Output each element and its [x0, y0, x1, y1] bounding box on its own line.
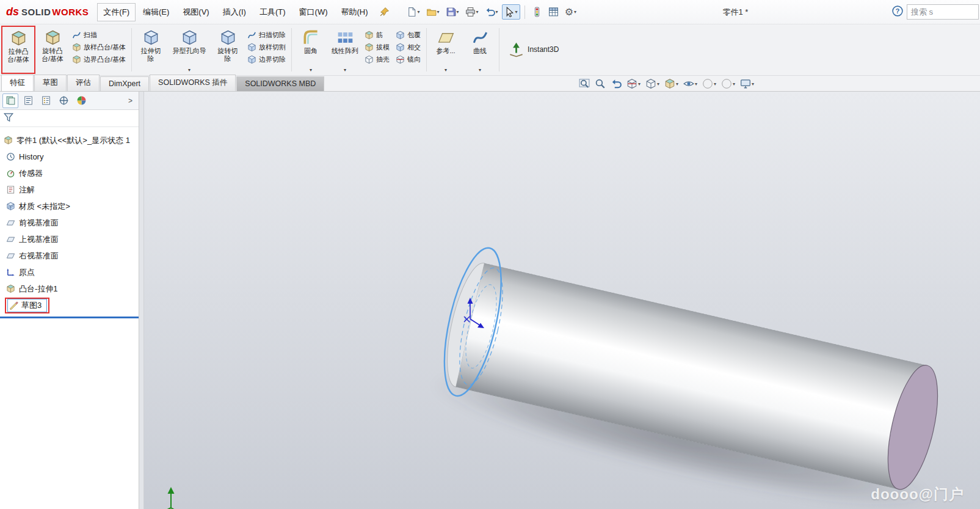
menu-view[interactable]: 视图(V): [176, 3, 215, 21]
tab-evaluate[interactable]: 评估: [67, 75, 100, 91]
reference-geometry-label: 参考...: [436, 47, 455, 55]
dropdown-icon[interactable]: ▾: [310, 67, 312, 73]
graphics-viewport[interactable]: doooo@门户: [144, 92, 980, 509]
displaymanager-tab[interactable]: [73, 93, 89, 108]
filter-funnel-icon[interactable]: [3, 112, 14, 125]
new-document-button[interactable]: ▾: [404, 4, 423, 20]
ribbon-separator: [499, 28, 499, 71]
dropdown-icon[interactable]: ▾: [344, 67, 346, 73]
pin-menu-icon[interactable]: [379, 7, 390, 17]
reference-geometry-button[interactable]: 参考... ▾: [429, 26, 463, 74]
section-view-icon[interactable]: ▾: [626, 78, 641, 89]
intersect-button[interactable]: 相交: [396, 43, 421, 52]
menu-list: 文件(F) 编辑(E) 视图(V) 插入(I) 工具(T) 窗口(W) 帮助(H…: [97, 3, 395, 21]
tree-item-front-plane[interactable]: 前视基准面: [0, 214, 139, 231]
rebuild-traffic-light-icon[interactable]: [529, 4, 545, 20]
lofted-cut-button[interactable]: 放样切割: [247, 43, 286, 52]
display-style-icon[interactable]: ▾: [664, 78, 678, 89]
dimxpertmanager-tab[interactable]: [56, 93, 71, 108]
extruded-cut-button[interactable]: 拉伸切 除: [134, 26, 168, 74]
tree-item-origin[interactable]: 原点: [0, 264, 139, 280]
extruded-boss-icon: [10, 30, 27, 46]
tree-item-history[interactable]: History: [0, 148, 139, 165]
open-button[interactable]: ▾: [424, 4, 442, 20]
extruded-boss-base-button[interactable]: 拉伸凸 台/基体: [1, 26, 35, 74]
panel-splitter[interactable]: [139, 92, 144, 509]
rib-icon: [365, 31, 374, 40]
lofted-boss-button[interactable]: 放样凸台/基体: [72, 43, 126, 52]
tree-item-boss-extrude1[interactable]: 凸台-拉伸1: [0, 280, 139, 297]
mirror-button[interactable]: 镜向: [396, 55, 421, 64]
help-icon[interactable]: [892, 5, 903, 18]
options-gear-button[interactable]: ⚙▾: [562, 5, 579, 20]
tree-item-sensors[interactable]: 传感器: [0, 165, 139, 181]
curves-button[interactable]: 曲线 ▾: [463, 26, 497, 74]
boundary-boss-button[interactable]: 边界凸台/基体: [72, 55, 126, 64]
tab-sketch[interactable]: 草图: [34, 75, 67, 91]
tree-item-top-plane[interactable]: 上视基准面: [0, 231, 139, 247]
lofted-boss-icon: [72, 43, 81, 52]
hole-wizard-button[interactable]: 异型孔向导 ▾: [168, 26, 211, 74]
draft-icon: [365, 43, 374, 52]
swept-boss-button[interactable]: 扫描: [72, 31, 126, 40]
tree-item-annotations[interactable]: 注解: [0, 181, 139, 198]
fillet-button[interactable]: 圆角 ▾: [294, 26, 328, 74]
dropdown-icon[interactable]: ▾: [479, 67, 481, 73]
menu-insert[interactable]: 插入(I): [217, 3, 252, 21]
history-icon: [6, 152, 15, 161]
previous-view-icon[interactable]: [611, 78, 622, 89]
apply-scene-icon[interactable]: ▾: [721, 78, 735, 89]
menu-file[interactable]: 文件(F): [97, 3, 136, 21]
tab-features[interactable]: 特征: [1, 75, 34, 91]
revolved-cut-button[interactable]: 旋转切 除: [211, 26, 245, 74]
featuremanager-tree-tab[interactable]: [2, 93, 18, 108]
tab-solidworks-addins[interactable]: SOLIDWORKS 插件: [150, 75, 236, 91]
view-orientation-icon[interactable]: ▾: [645, 78, 659, 89]
shell-button[interactable]: 抽壳: [365, 55, 390, 64]
revolved-boss-base-button[interactable]: 旋转凸 台/基体: [35, 26, 70, 74]
task-pane-table-icon[interactable]: [546, 4, 561, 20]
propertymanager-tab[interactable]: [20, 93, 36, 108]
tree-item-material[interactable]: 材质 <未指定>: [0, 198, 139, 214]
edit-appearance-icon[interactable]: ▾: [702, 78, 716, 89]
menu-edit[interactable]: 编辑(E): [137, 3, 175, 21]
undo-button[interactable]: ▾: [482, 4, 501, 20]
view-settings-icon[interactable]: ▾: [740, 78, 754, 89]
tab-solidworks-mbd[interactable]: SOLIDWORKS MBD: [236, 76, 324, 91]
tree-item-right-plane[interactable]: 右视基准面: [0, 247, 139, 264]
3d-scene[interactable]: [144, 92, 980, 509]
menu-window[interactable]: 窗口(W): [293, 3, 334, 21]
annotations-icon: [6, 185, 15, 194]
swept-cut-button[interactable]: 扫描切除: [247, 31, 286, 40]
dropdown-icon[interactable]: ▾: [188, 67, 191, 73]
extruded-cut-icon: [143, 29, 159, 46]
plane-icon: [6, 235, 15, 244]
rollback-bar[interactable]: [0, 317, 139, 318]
dropdown-icon[interactable]: ▾: [445, 67, 447, 73]
rib-button[interactable]: 筋: [365, 31, 390, 40]
swept-boss-icon: [72, 31, 81, 40]
zoom-to-area-icon[interactable]: [595, 78, 606, 89]
ds-logo-icon: ds: [6, 5, 19, 18]
boundary-cut-button[interactable]: 边界切除: [247, 55, 286, 64]
tree-root-part[interactable]: 零件1 (默认<<默认>_显示状态 1: [0, 132, 139, 148]
menu-bar: dsSOLIDWORKS 文件(F) 编辑(E) 视图(V) 插入(I) 工具(…: [0, 0, 980, 24]
instant3d-button[interactable]: Instant3D: [501, 26, 565, 74]
zoom-to-fit-icon[interactable]: [579, 78, 590, 89]
tab-dimxpert[interactable]: DimXpert: [100, 76, 149, 91]
select-tool-button[interactable]: ▾: [502, 4, 520, 20]
heads-up-view-toolbar: ▾ ▾ ▾ ▾ ▾ ▾ ▾: [579, 78, 754, 91]
wrap-button[interactable]: 包覆: [396, 31, 421, 40]
linear-pattern-button[interactable]: 线性阵列 ▾: [328, 26, 362, 74]
save-button[interactable]: ▾: [443, 4, 462, 20]
hide-show-items-icon[interactable]: ▾: [683, 78, 697, 89]
menu-help[interactable]: 帮助(H): [335, 3, 374, 21]
menu-tools[interactable]: 工具(T): [253, 3, 292, 21]
tree-item-sketch3[interactable]: 草图3: [7, 299, 47, 312]
configurationmanager-tab[interactable]: [38, 93, 54, 108]
search-input[interactable]: 搜索 s: [907, 4, 979, 20]
print-button[interactable]: ▾: [463, 4, 481, 20]
panel-expand-chevron-icon[interactable]: >: [125, 97, 136, 105]
tutorial-highlight-box: 草图3: [5, 298, 49, 313]
draft-button[interactable]: 拔模: [365, 43, 390, 52]
